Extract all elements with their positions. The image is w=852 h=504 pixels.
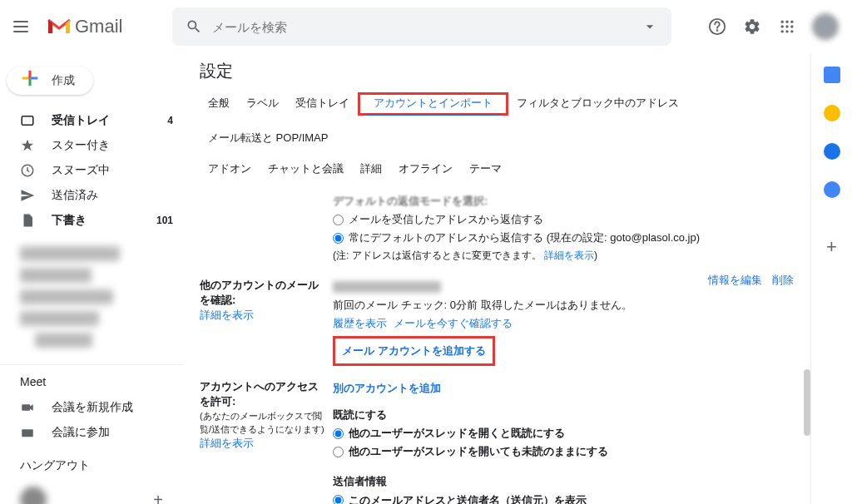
tab-offline[interactable]: オフライン bbox=[390, 158, 461, 180]
gmail-m-icon bbox=[47, 17, 72, 37]
send-icon bbox=[20, 188, 37, 203]
svg-point-2 bbox=[781, 21, 784, 23]
check-now-link[interactable]: メールを今すぐ確認する bbox=[394, 317, 513, 329]
help-icon bbox=[708, 17, 726, 36]
hangout-section-title: ハングアウト bbox=[0, 458, 183, 480]
tab-advanced[interactable]: 詳細 bbox=[352, 158, 390, 180]
reply-note: (注: アドレスは返信するときに変更できます。 詳細を表示) bbox=[333, 247, 794, 264]
tab-chat[interactable]: チャットと会議 bbox=[260, 158, 352, 180]
svg-rect-13 bbox=[22, 404, 30, 411]
grant-access-sub: (あなたのメールボックスで閲覧/送信できるようになります) bbox=[200, 411, 324, 434]
sender-info-title: 送信者情報 bbox=[333, 472, 794, 491]
svg-point-5 bbox=[781, 25, 784, 27]
reply-opt1-label: メールを受信したアドレスから返信する bbox=[349, 210, 543, 229]
gear-icon bbox=[743, 17, 761, 36]
grant-access-label: アカウントへのアクセスを許可: bbox=[200, 380, 319, 408]
compose-button[interactable]: 作成 bbox=[7, 67, 93, 95]
sender-full-label: このメールアドレスと送信者名（送信元）を表示 bbox=[349, 492, 587, 504]
tab-addons[interactable]: アドオン bbox=[200, 158, 260, 180]
redacted-account bbox=[333, 281, 441, 293]
settings-button[interactable] bbox=[742, 17, 762, 37]
dropdown-icon[interactable] bbox=[641, 18, 658, 35]
svg-point-7 bbox=[790, 25, 793, 27]
reply-from-received-radio[interactable] bbox=[333, 215, 344, 225]
svg-point-3 bbox=[785, 21, 788, 23]
sidebar-item-starred[interactable]: スター付き bbox=[0, 133, 183, 158]
svg-point-6 bbox=[785, 25, 788, 27]
sidebar-more-items bbox=[0, 233, 183, 361]
tab-themes[interactable]: テーマ bbox=[461, 158, 510, 180]
settings-content: 設定 全般 ラベル 受信トレイ アカウントとインポート フィルタとブロック中のア… bbox=[183, 53, 810, 504]
search-icon bbox=[186, 18, 202, 35]
meet-new-meeting[interactable]: 会議を新規作成 bbox=[0, 395, 183, 420]
help-button[interactable] bbox=[707, 17, 727, 37]
svg-rect-14 bbox=[22, 429, 33, 437]
reply-from-default-radio[interactable] bbox=[333, 233, 344, 244]
svg-point-8 bbox=[781, 30, 784, 32]
tab-general[interactable]: 全般 bbox=[200, 92, 238, 116]
thread-read-radio[interactable] bbox=[333, 428, 344, 439]
sidebar-item-snoozed[interactable]: スヌーズ中 bbox=[0, 158, 183, 183]
tab-accounts-import[interactable]: アカウントとインポート bbox=[365, 93, 501, 116]
svg-point-10 bbox=[790, 30, 793, 32]
tab-forwarding[interactable]: メール転送と POP/IMAP bbox=[200, 127, 336, 149]
reply-mode-title: デフォルトの返信モードを選択: bbox=[333, 192, 794, 210]
tab-labels[interactable]: ラベル bbox=[238, 92, 287, 116]
contacts-addon-icon[interactable] bbox=[824, 181, 840, 198]
hangout-avatar[interactable] bbox=[20, 487, 47, 504]
other-accounts-label: 他のアカウントのメールを確認: bbox=[200, 279, 319, 306]
apps-icon bbox=[779, 18, 795, 35]
thread-unread-label: 他のユーザーがスレッドを開いても未読のままにする bbox=[349, 442, 608, 461]
tab-filters[interactable]: フィルタとブロック中のアドレス bbox=[508, 92, 687, 116]
sender-full-radio[interactable] bbox=[333, 495, 344, 504]
meet-section-title: Meet bbox=[0, 375, 183, 395]
apps-button[interactable] bbox=[777, 17, 797, 37]
history-link[interactable]: 履歴を表示 bbox=[333, 317, 387, 329]
compose-label: 作成 bbox=[52, 73, 75, 88]
add-mail-account-highlight: メール アカウントを追加する bbox=[333, 336, 495, 366]
svg-point-9 bbox=[785, 30, 788, 32]
sidebar: 作成 受信トレイ 4 スター付き スヌーズ中 送信済み bbox=[0, 53, 183, 504]
main-menu-button[interactable] bbox=[13, 17, 33, 37]
scrollbar-thumb[interactable] bbox=[804, 369, 810, 436]
gmail-logo[interactable]: Gmail bbox=[47, 16, 122, 37]
svg-point-4 bbox=[790, 21, 793, 23]
tasks-addon-icon[interactable] bbox=[824, 143, 840, 160]
account-avatar[interactable] bbox=[812, 13, 839, 40]
sidebar-item-drafts[interactable]: 下書き 101 bbox=[0, 208, 183, 233]
delete-link[interactable]: 削除 bbox=[772, 274, 794, 286]
thread-unread-radio[interactable] bbox=[333, 447, 344, 457]
settings-tabs: 全般 ラベル 受信トレイ アカウントとインポート フィルタとブロック中のアドレス… bbox=[200, 92, 794, 150]
meet-join-meeting[interactable]: 会議に参加 bbox=[0, 420, 183, 445]
sidebar-item-inbox[interactable]: 受信トレイ 4 bbox=[0, 108, 183, 133]
reply-opt2-label: 常にデフォルトのアドレスから返信する (現在の設定: goto@plasol.c… bbox=[349, 229, 700, 247]
other-accounts-learn-more[interactable]: 詳細を表示 bbox=[200, 309, 254, 321]
search-input[interactable] bbox=[212, 20, 632, 34]
hangout-add-button[interactable]: + bbox=[153, 491, 163, 505]
keyboard-icon bbox=[20, 425, 37, 440]
right-rail: + bbox=[810, 53, 852, 504]
tab-inbox[interactable]: 受信トレイ bbox=[287, 92, 358, 116]
addons-plus-button[interactable]: + bbox=[826, 236, 837, 258]
mark-read-title: 既読にする bbox=[333, 406, 794, 424]
grant-access-learn-more[interactable]: 詳細を表示 bbox=[200, 437, 254, 449]
sidebar-item-sent[interactable]: 送信済み bbox=[0, 183, 183, 208]
search-bar[interactable] bbox=[172, 7, 671, 46]
video-icon bbox=[20, 400, 37, 415]
edit-info-link[interactable]: 情報を編集 bbox=[708, 274, 762, 286]
settings-title: 設定 bbox=[200, 60, 794, 82]
inbox-icon bbox=[20, 113, 37, 128]
keep-addon-icon[interactable] bbox=[824, 105, 840, 121]
svg-point-1 bbox=[717, 30, 718, 31]
clock-icon bbox=[20, 163, 37, 178]
calendar-addon-icon[interactable] bbox=[824, 67, 840, 83]
logo-text: Gmail bbox=[75, 16, 122, 37]
reply-learn-more-link[interactable]: 詳細を表示 bbox=[544, 250, 594, 261]
add-another-account-link[interactable]: 別のアカウントを追加 bbox=[333, 382, 441, 394]
last-check-text: 前回のメール チェック: 0分前 取得したメールはありません。 bbox=[333, 296, 794, 314]
thread-read-label: 他のユーザーがスレッドを開くと既読にする bbox=[349, 424, 565, 442]
star-icon bbox=[20, 138, 37, 153]
plus-icon bbox=[18, 67, 42, 95]
draft-icon bbox=[20, 213, 37, 228]
add-mail-account-link[interactable]: メール アカウントを追加する bbox=[342, 344, 486, 357]
